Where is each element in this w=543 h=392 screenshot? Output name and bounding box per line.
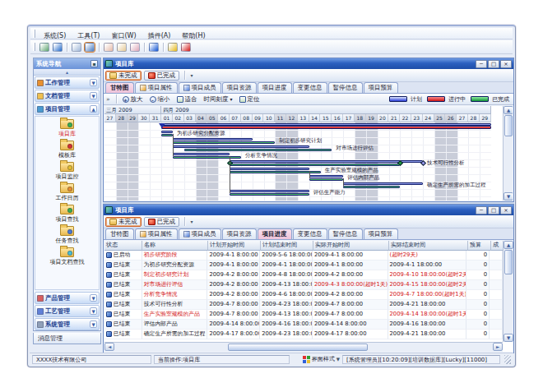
lock-icon[interactable] <box>168 43 178 52</box>
tab[interactable]: 变更信息 <box>293 228 327 239</box>
scrollbar-thumb[interactable] <box>504 250 513 274</box>
column-header[interactable]: 实际开始时间 <box>313 241 389 251</box>
tab[interactable]: 项目属性 <box>135 228 178 239</box>
tab[interactable]: 变更信息 <box>293 82 327 93</box>
filter-button[interactable]: 已完成 <box>144 71 180 81</box>
table-row[interactable]: 已结束分析竞争情况2009-4-2 8:00:002009-4-6 18:00:… <box>104 290 503 300</box>
column-header[interactable]: 状态 <box>104 241 142 251</box>
sidebar-item-selected[interactable]: 项目库 <box>35 119 99 138</box>
table-vertical-scrollbar[interactable]: ▲ ▼ <box>503 241 513 342</box>
minimize-button[interactable]: ─ <box>476 206 487 214</box>
gantt-bar-plan[interactable] <box>173 138 253 141</box>
menu-item[interactable]: 窗口(W) <box>105 31 142 40</box>
close-button[interactable]: × <box>500 206 512 214</box>
menu-item[interactable]: 工具(T) <box>72 31 105 40</box>
scroll-down-icon[interactable]: ▼ <box>504 192 513 201</box>
chevron-up-icon[interactable]: ▲ <box>90 105 97 113</box>
system-monitor-icon[interactable] <box>39 43 49 52</box>
table-row[interactable]: 已结束评估内部产品2009-4-14 8:00:002009-4-16 18:0… <box>104 320 503 330</box>
resize-grip[interactable] <box>504 355 511 364</box>
gantt-bar-inprogress[interactable] <box>161 126 491 129</box>
tool-fit-icon[interactable]: 适合 <box>174 95 201 104</box>
chevron-down-icon[interactable]: ▼ <box>90 321 97 328</box>
message-management-tab[interactable]: 消息管理 <box>33 333 101 344</box>
gantt-bar-completed[interactable] <box>309 178 343 181</box>
column-header[interactable]: 预算 <box>468 241 491 251</box>
tool-zoom-in-icon[interactable]: +放大 <box>119 95 146 104</box>
tool-locate-icon[interactable]: 定位 <box>236 95 263 104</box>
tab[interactable]: 项目预算 <box>364 228 398 239</box>
sidebar-item-entry[interactable]: 任务查找 <box>35 226 99 245</box>
sidebar-section[interactable]: 工艺管理▼ <box>35 305 100 317</box>
gantt-bar-completed[interactable] <box>161 134 173 136</box>
gantt-vertical-scrollbar[interactable]: ▲ ▼ <box>503 106 513 201</box>
scrollbar-thumb[interactable] <box>504 115 513 136</box>
gantt-bar-plan[interactable] <box>343 182 423 185</box>
filter-button[interactable]: 未完成 <box>105 71 142 81</box>
sidebar-item-entry[interactable]: 工作日历 <box>35 183 99 202</box>
globe-icon[interactable] <box>53 43 63 52</box>
table-row[interactable]: 已结束对市场进行评估2009-4-2 8:00:002009-4-13 18:0… <box>104 280 503 290</box>
table-row[interactable]: 已结束为初步研究分配资源2009-4-1 8:00:002009-4-1 18:… <box>104 261 503 270</box>
table-row[interactable]: 已结束制定初步研究计划2009-4-2 8:00:002009-4-8 18:0… <box>104 270 503 280</box>
gantt-bar-completed[interactable] <box>173 141 275 144</box>
scroll-up-icon[interactable]: ▲ <box>504 241 513 249</box>
gantt-bar-plan[interactable] <box>173 145 309 148</box>
toolbar-grip[interactable] <box>33 43 35 51</box>
gantt-bar-completed[interactable] <box>230 164 400 166</box>
chevron-down-icon[interactable]: ▼ <box>90 294 97 302</box>
scroll-left-icon[interactable]: ◄ <box>104 343 114 351</box>
toolbar-overflow-chevron[interactable]: » <box>106 95 110 103</box>
form-new-icon[interactable] <box>104 43 114 52</box>
gantt-bar-completed[interactable] <box>230 171 321 173</box>
tool-zoom-out-icon[interactable]: -缩小 <box>146 95 174 104</box>
table-row[interactable]: 已结束生产实验室规模的产品2009-4-7 8:00:002009-4-13 1… <box>104 310 503 320</box>
folder-closed-icon[interactable] <box>72 43 81 52</box>
column-header[interactable]: 计划结束时间 <box>261 241 313 251</box>
maximize-button[interactable]: □ <box>488 60 499 68</box>
tab[interactable]: 暂停信息 <box>328 228 363 239</box>
tab[interactable]: 暂停信息 <box>328 82 363 93</box>
scroll-down-icon[interactable]: ▼ <box>504 334 513 342</box>
tab[interactable]: 项目成员 <box>179 82 221 93</box>
tab[interactable]: 项目资源 <box>222 228 257 239</box>
gantt-bar-plan[interactable] <box>230 160 423 163</box>
sidebar-collapse-strip[interactable]: ▴ <box>34 69 100 76</box>
sidebar-section[interactable]: 项目管理▲ <box>35 103 100 115</box>
minimize-button[interactable]: ─ <box>476 60 487 68</box>
gantt-bar-plan[interactable] <box>309 175 343 178</box>
sidebar-section[interactable]: 产品管理▼ <box>35 292 100 304</box>
sidebar-item-entry[interactable]: 项目查找 <box>35 205 99 224</box>
form-edit-icon[interactable] <box>117 43 127 52</box>
menu-item[interactable]: 系统(S) <box>38 31 72 40</box>
chevron-down-icon[interactable]: ▼ <box>90 79 97 86</box>
ui-style-selector[interactable]: 界面样式 ▼ <box>303 355 340 363</box>
table-row[interactable]: 已结束技术可行性分析2009-4-7 8:00:002009-4-23 18:0… <box>104 300 503 310</box>
tab[interactable]: 甘特图 <box>105 228 134 239</box>
column-header[interactable]: 实际结束时间 <box>389 241 468 251</box>
tab[interactable]: 项目进度 <box>258 228 292 239</box>
gantt-bar-plan[interactable] <box>173 153 230 155</box>
scroll-right-icon[interactable]: ► <box>493 343 503 351</box>
tool-time-scale-button[interactable]: 时间刻度▾ <box>201 95 236 104</box>
gantt-bar-completed[interactable] <box>184 149 332 151</box>
tab[interactable]: 项目进度 <box>258 82 292 93</box>
menu-item[interactable]: 插件(A) <box>142 31 177 40</box>
table-row[interactable]: 已结束确定生产所需的加工过程2009-4-17 8:00:002009-4-23… <box>104 330 503 339</box>
tab[interactable]: 甘特图 <box>105 82 134 93</box>
help-icon[interactable] <box>149 43 159 52</box>
gantt-bar-completed[interactable] <box>230 193 309 196</box>
folder-window-icon[interactable] <box>85 43 95 52</box>
gantt-bar-completed[interactable] <box>343 186 400 188</box>
chevron-down-icon[interactable]: ▼ <box>90 92 97 99</box>
table-horizontal-scrollbar[interactable]: ◄ ► <box>104 342 503 352</box>
scrollbar-thumb[interactable] <box>228 344 368 351</box>
tab[interactable]: 项目资源 <box>222 82 257 93</box>
maximize-button[interactable]: □ <box>488 206 499 214</box>
gantt-bar-completed[interactable] <box>173 156 241 159</box>
chevron-down-icon[interactable]: ▼ <box>90 307 97 315</box>
menu-item[interactable]: 帮助(H) <box>176 31 211 40</box>
tab[interactable]: 项目属性 <box>135 82 178 93</box>
tab[interactable]: 项目成员 <box>179 228 221 239</box>
sidebar-item-entry[interactable]: 项目监控 <box>35 162 99 181</box>
